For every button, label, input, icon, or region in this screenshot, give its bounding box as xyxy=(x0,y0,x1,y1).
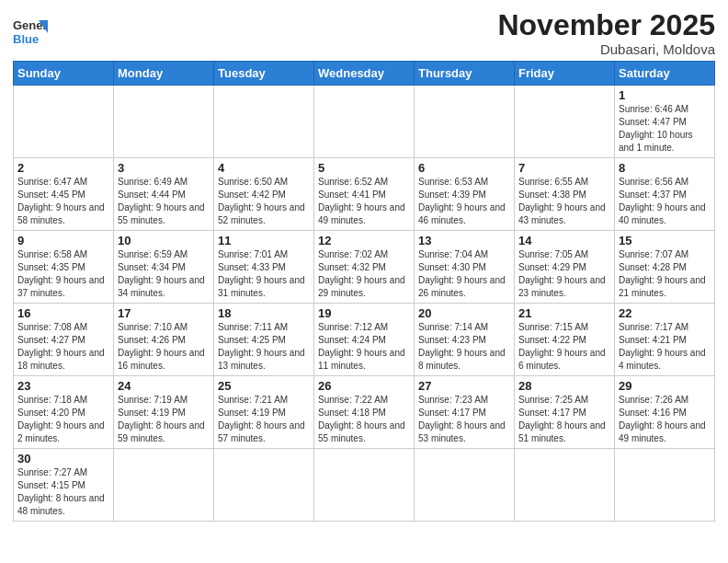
week-row-5: 23 Sunrise: 7:18 AMSunset: 4:20 PMDaylig… xyxy=(14,376,715,449)
day-19: 19 Sunrise: 7:12 AMSunset: 4:24 PMDaylig… xyxy=(314,304,415,376)
day-6: 6 Sunrise: 6:53 AMSunset: 4:39 PMDayligh… xyxy=(415,158,515,231)
empty-cell xyxy=(415,449,515,522)
day-4: 4 Sunrise: 6:50 AMSunset: 4:42 PMDayligh… xyxy=(214,158,314,231)
day-28: 28 Sunrise: 7:25 AMSunset: 4:17 PMDaylig… xyxy=(515,376,615,449)
day-20: 20 Sunrise: 7:14 AMSunset: 4:23 PMDaylig… xyxy=(415,304,515,376)
day-11: 11 Sunrise: 7:01 AMSunset: 4:33 PMDaylig… xyxy=(214,231,314,304)
week-row-3: 9 Sunrise: 6:58 AMSunset: 4:35 PMDayligh… xyxy=(14,231,715,304)
empty-cell xyxy=(114,449,214,522)
header-tuesday: Tuesday xyxy=(214,62,314,86)
week-row-2: 2 Sunrise: 6:47 AMSunset: 4:45 PMDayligh… xyxy=(14,158,715,231)
header-thursday: Thursday xyxy=(415,62,515,86)
calendar-table: Sunday Monday Tuesday Wednesday Thursday… xyxy=(13,61,715,522)
logo-icon: General Blue xyxy=(13,13,48,48)
day-12: 12 Sunrise: 7:02 AMSunset: 4:32 PMDaylig… xyxy=(314,231,415,304)
svg-text:Blue: Blue xyxy=(13,32,39,46)
day-27: 27 Sunrise: 7:23 AMSunset: 4:17 PMDaylig… xyxy=(415,376,515,449)
day-5: 5 Sunrise: 6:52 AMSunset: 4:41 PMDayligh… xyxy=(314,158,415,231)
day-21: 21 Sunrise: 7:15 AMSunset: 4:22 PMDaylig… xyxy=(515,304,615,376)
day-2: 2 Sunrise: 6:47 AMSunset: 4:45 PMDayligh… xyxy=(14,158,114,231)
day-9: 9 Sunrise: 6:58 AMSunset: 4:35 PMDayligh… xyxy=(14,231,114,304)
empty-cell xyxy=(214,449,314,522)
day-1: 1 Sunrise: 6:46 AMSunset: 4:47 PMDayligh… xyxy=(615,86,715,158)
month-title: November 2025 xyxy=(497,9,715,41)
day-22: 22 Sunrise: 7:17 AMSunset: 4:21 PMDaylig… xyxy=(615,304,715,376)
page: General Blue November 2025 Dubasari, Mol… xyxy=(0,0,728,563)
day-25: 25 Sunrise: 7:21 AMSunset: 4:19 PMDaylig… xyxy=(214,376,314,449)
empty-cell xyxy=(415,86,515,158)
day-16: 16 Sunrise: 7:08 AMSunset: 4:27 PMDaylig… xyxy=(14,304,114,376)
day-26: 26 Sunrise: 7:22 AMSunset: 4:18 PMDaylig… xyxy=(314,376,415,449)
empty-cell xyxy=(314,449,415,522)
empty-cell xyxy=(515,86,615,158)
week-row-1: 1 Sunrise: 6:46 AMSunset: 4:47 PMDayligh… xyxy=(14,86,715,158)
day-14: 14 Sunrise: 7:05 AMSunset: 4:29 PMDaylig… xyxy=(515,231,615,304)
day-3: 3 Sunrise: 6:49 AMSunset: 4:44 PMDayligh… xyxy=(114,158,214,231)
header-sunday: Sunday xyxy=(14,62,114,86)
weekday-header-row: Sunday Monday Tuesday Wednesday Thursday… xyxy=(14,62,715,86)
header-friday: Friday xyxy=(515,62,615,86)
day-13: 13 Sunrise: 7:04 AMSunset: 4:30 PMDaylig… xyxy=(415,231,515,304)
location-subtitle: Dubasari, Moldova xyxy=(497,41,715,57)
day-18: 18 Sunrise: 7:11 AMSunset: 4:25 PMDaylig… xyxy=(214,304,314,376)
header-monday: Monday xyxy=(114,62,214,86)
empty-cell xyxy=(14,86,114,158)
day-17: 17 Sunrise: 7:10 AMSunset: 4:26 PMDaylig… xyxy=(114,304,214,376)
day-30: 30 Sunrise: 7:27 AMSunset: 4:15 PMDaylig… xyxy=(14,449,114,522)
logo: General Blue xyxy=(13,13,48,48)
week-row-4: 16 Sunrise: 7:08 AMSunset: 4:27 PMDaylig… xyxy=(14,304,715,376)
day-29: 29 Sunrise: 7:26 AMSunset: 4:16 PMDaylig… xyxy=(615,376,715,449)
header-saturday: Saturday xyxy=(615,62,715,86)
week-row-6: 30 Sunrise: 7:27 AMSunset: 4:15 PMDaylig… xyxy=(14,449,715,522)
day-15: 15 Sunrise: 7:07 AMSunset: 4:28 PMDaylig… xyxy=(615,231,715,304)
day-7: 7 Sunrise: 6:55 AMSunset: 4:38 PMDayligh… xyxy=(515,158,615,231)
empty-cell xyxy=(114,86,214,158)
empty-cell xyxy=(615,449,715,522)
empty-cell xyxy=(314,86,415,158)
day-8: 8 Sunrise: 6:56 AMSunset: 4:37 PMDayligh… xyxy=(615,158,715,231)
header-wednesday: Wednesday xyxy=(314,62,415,86)
empty-cell xyxy=(214,86,314,158)
header: General Blue November 2025 Dubasari, Mol… xyxy=(13,9,715,57)
day-23: 23 Sunrise: 7:18 AMSunset: 4:20 PMDaylig… xyxy=(14,376,114,449)
day-10: 10 Sunrise: 6:59 AMSunset: 4:34 PMDaylig… xyxy=(114,231,214,304)
day-24: 24 Sunrise: 7:19 AMSunset: 4:19 PMDaylig… xyxy=(114,376,214,449)
empty-cell xyxy=(515,449,615,522)
title-block: November 2025 Dubasari, Moldova xyxy=(497,9,715,57)
